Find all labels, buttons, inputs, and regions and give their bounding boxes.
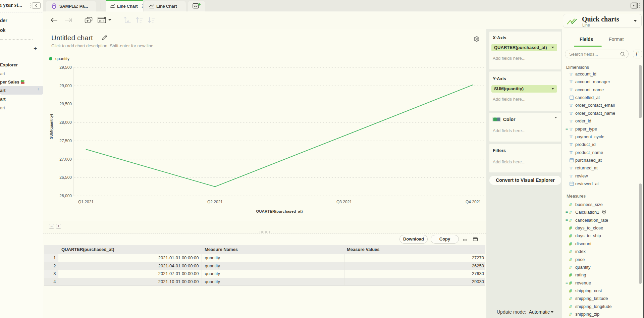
svg-text:27,500: 27,500 [59,139,72,143]
svg-text:SUM(quantity): SUM(quantity) [49,114,53,139]
svg-text:29,500: 29,500 [59,65,72,70]
svg-text:28,500: 28,500 [59,102,72,106]
svg-text:26,000: 26,000 [59,194,72,198]
svg-text:29,000: 29,000 [59,84,72,88]
svg-text:QUARTER(purchased_at): QUARTER(purchased_at) [256,209,303,213]
svg-text:Q4 2021: Q4 2021 [466,200,481,204]
svg-text:Q2 2021: Q2 2021 [207,200,223,204]
svg-text:26,500: 26,500 [59,175,72,180]
svg-text:Q1 2021: Q1 2021 [78,200,94,204]
svg-text:28,000: 28,000 [59,120,72,125]
svg-text:Q3 2021: Q3 2021 [336,200,352,204]
svg-text:27,000: 27,000 [59,157,72,162]
